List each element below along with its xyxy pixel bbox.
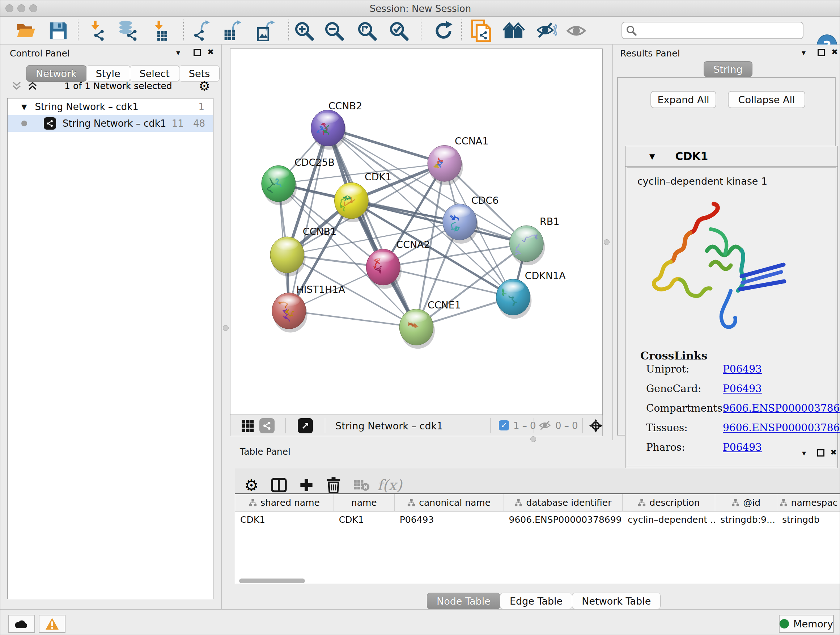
zoom-fit-button[interactable] xyxy=(354,19,380,42)
network-options-gear-icon[interactable]: ⚙ xyxy=(199,79,210,93)
panel-menu-icon[interactable]: ▾ xyxy=(176,49,180,57)
network-edge-CCNB2-CCNE1[interactable] xyxy=(328,128,416,327)
right-splitter-handle[interactable] xyxy=(604,239,609,245)
panel-menu-icon[interactable]: ▾ xyxy=(802,449,806,457)
table-cell[interactable]: P06493 xyxy=(395,511,504,529)
entry-collapse-triangle-icon[interactable]: ▼ xyxy=(649,152,655,161)
float-panel-icon[interactable] xyxy=(194,49,201,56)
network-row[interactable]: String Network – cdk1 11 48 xyxy=(8,115,213,132)
function-builder-button[interactable]: f(x) xyxy=(378,475,401,495)
node-detail-header[interactable]: ▼ CDK1 xyxy=(625,146,837,166)
delete-columns-button[interactable] xyxy=(322,475,345,495)
zoom-in-button[interactable] xyxy=(291,19,317,42)
clone-network-button[interactable] xyxy=(468,19,494,42)
column-header-name[interactable]: name xyxy=(334,494,395,511)
results-panel: Results Panel ▾ ✖ String Expand All Coll… xyxy=(613,44,840,440)
left-splitter-handle[interactable] xyxy=(223,325,229,331)
save-session-button[interactable] xyxy=(45,19,71,42)
birds-eye-crosshair-icon[interactable] xyxy=(589,418,603,433)
export-image-icon xyxy=(256,20,277,41)
memory-button[interactable]: Memory xyxy=(779,615,834,633)
collapse-all-icon[interactable] xyxy=(11,80,22,91)
collection-expand-triangle-icon[interactable]: ▼ xyxy=(21,103,27,111)
string-network-icon xyxy=(44,117,56,130)
control-panel: Control Panel ▾ ✖ NetworkStyleSelectSets… xyxy=(0,44,222,609)
table-cell[interactable]: stringdb xyxy=(777,511,840,529)
table-cell[interactable]: 9606.ENSP00000378699 xyxy=(504,511,623,529)
close-panel-icon[interactable]: ✖ xyxy=(831,48,838,56)
column-header-@id[interactable]: @id xyxy=(715,494,777,511)
column-header-description[interactable]: description xyxy=(622,494,715,511)
network-graph: CCNB2CCNA1CDC25BCDK1CDC6RB1CCNB1CCNA2CDK… xyxy=(231,49,602,415)
expand-all-button[interactable]: Expand All xyxy=(651,91,716,108)
detach-view-button[interactable] xyxy=(298,418,313,433)
import-network-file-button[interactable] xyxy=(85,19,111,42)
crosslink-value-link[interactable]: 9606.ENSP00000378699 xyxy=(723,422,840,434)
network-collection-row[interactable]: ▼ String Network – cdk1 1 xyxy=(8,98,213,115)
tab-network[interactable]: Network xyxy=(26,65,87,82)
warnings-button[interactable] xyxy=(39,615,65,633)
tab-network-table[interactable]: Network Table xyxy=(572,593,660,609)
open-folder-icon xyxy=(16,21,36,40)
table-options-gear-icon[interactable]: ⚙ xyxy=(240,475,263,495)
first-neighbors-button[interactable] xyxy=(501,19,527,42)
show-all-button[interactable] xyxy=(563,19,589,42)
crosslink-value-link[interactable]: P06493 xyxy=(723,363,762,375)
results-tab-string[interactable]: String xyxy=(704,61,752,77)
column-header-database-identifier[interactable]: database identifier xyxy=(504,494,623,511)
create-column-button[interactable] xyxy=(295,475,318,495)
network-column-icon xyxy=(249,499,257,507)
panel-menu-icon[interactable]: ▾ xyxy=(802,49,806,57)
float-panel-icon[interactable] xyxy=(818,49,825,56)
node-detail-body: cyclin–dependent kinase 1 xyxy=(627,167,836,466)
search-input[interactable] xyxy=(639,25,799,35)
tab-edge-table[interactable]: Edge Table xyxy=(500,593,572,609)
delete-table-button[interactable] xyxy=(350,475,373,495)
column-header-shared-name[interactable]: shared name xyxy=(235,494,334,511)
table-cell[interactable]: stringdb:9... xyxy=(715,511,777,529)
close-panel-icon[interactable]: ✖ xyxy=(830,448,837,456)
network-canvas[interactable]: CCNB2CCNA1CDC25BCDK1CDC6RB1CCNB1CCNA2CDK… xyxy=(230,49,603,415)
export-table-icon xyxy=(222,20,243,41)
import-table-file-button[interactable] xyxy=(148,19,174,42)
export-network-button[interactable] xyxy=(189,19,216,42)
column-header-label: @id xyxy=(743,497,760,508)
collapse-all-button[interactable]: Collapse All xyxy=(728,91,805,108)
crosslink-value-link[interactable]: P06493 xyxy=(723,441,762,453)
expand-all-icon[interactable] xyxy=(27,80,38,91)
close-panel-icon[interactable]: ✖ xyxy=(207,48,214,56)
table-cell[interactable]: cyclin–dependent ... xyxy=(622,511,715,529)
string-results-container: Expand All Collapse All ▼ CDK1 cyclin–de… xyxy=(617,77,836,435)
network-edge-count: 48 xyxy=(193,118,205,129)
cloud-status-button[interactable] xyxy=(8,615,35,633)
crosslink-value-link[interactable]: 9606.ENSP00000378699 xyxy=(723,402,840,414)
network-type-button[interactable] xyxy=(259,418,275,433)
column-header-canonical-name[interactable]: canonical name xyxy=(395,494,504,511)
show-columns-button[interactable] xyxy=(267,475,291,495)
column-header-namespac[interactable]: namespac xyxy=(777,494,840,511)
float-panel-icon[interactable] xyxy=(817,449,824,456)
crosslink-value-link[interactable]: P06493 xyxy=(723,383,762,394)
crosslink-label: Uniprot: xyxy=(646,363,723,375)
import-network-from-database-button[interactable] xyxy=(115,19,141,42)
selected-node-edge-counts: 1 – 0 xyxy=(513,420,536,431)
hide-selected-button[interactable] xyxy=(534,19,560,42)
network-edge-CCNA2-CDKN1A[interactable] xyxy=(383,267,513,297)
table-cell[interactable]: CDK1 xyxy=(334,511,395,529)
export-image-button[interactable] xyxy=(253,19,279,42)
tab-node-table[interactable]: Node Table xyxy=(427,593,500,609)
apply-layout-button[interactable] xyxy=(431,19,456,42)
export-table-button[interactable] xyxy=(219,19,246,42)
bottom-splitter-handle[interactable] xyxy=(531,436,536,442)
network-edge-HIST1H1A-CCNE1[interactable] xyxy=(289,311,416,327)
zoom-out-button[interactable] xyxy=(321,19,347,42)
selected-checkbox-icon[interactable]: ✓ xyxy=(499,420,509,431)
node-table-data-row[interactable]: CDK1CDK1P064939606.ENSP00000378699cyclin… xyxy=(235,511,840,529)
zoom-selected-button[interactable] xyxy=(386,19,412,42)
node-label-RB1: RB1 xyxy=(540,216,559,227)
horizontal-scrollbar-thumb[interactable] xyxy=(239,578,305,583)
table-cell[interactable]: CDK1 xyxy=(235,511,334,529)
node-label-CCNA1: CCNA1 xyxy=(455,135,488,147)
show-grid-button[interactable] xyxy=(240,419,254,434)
open-session-button[interactable] xyxy=(13,19,39,42)
